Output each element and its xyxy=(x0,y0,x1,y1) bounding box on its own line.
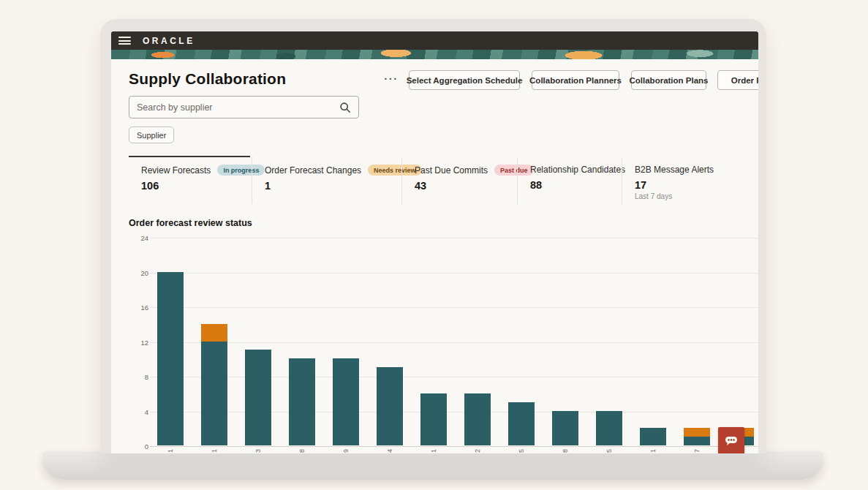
bar-segment-teal[interactable] xyxy=(552,411,578,446)
gridline xyxy=(150,238,758,238)
page-title: Supply Collaboration xyxy=(129,70,286,88)
bar-segment-orange[interactable] xyxy=(684,428,710,437)
y-axis-tick: 20 xyxy=(121,268,148,276)
search-input[interactable] xyxy=(137,102,339,113)
gridline xyxy=(150,307,758,308)
stat-label: Past Due Commits xyxy=(415,165,488,176)
x-axis-label: 1 xyxy=(157,449,184,453)
x-axis-label: 9 xyxy=(333,449,359,453)
stat-label: B2B Message Alerts xyxy=(635,165,714,175)
gridline xyxy=(150,342,758,343)
oracle-logo: ORACLE xyxy=(143,36,195,46)
bar-segment-teal[interactable] xyxy=(289,358,315,445)
x-axis-label: 5 xyxy=(596,449,622,453)
search-box xyxy=(129,96,359,118)
chat-bubble-icon xyxy=(723,433,739,449)
stat-value: 88 xyxy=(530,179,616,191)
gridline xyxy=(150,377,758,377)
chart-title: Order forecast review status xyxy=(129,218,252,228)
collaboration-plans-button[interactable]: Collaboration Plans xyxy=(631,70,706,90)
bar-segment-teal[interactable] xyxy=(377,367,403,445)
hamburger-menu-icon[interactable] xyxy=(118,37,131,45)
stat-label: Review Forecasts xyxy=(141,165,211,176)
x-axis-label: 2 xyxy=(464,449,491,453)
stat-value: 17 xyxy=(635,179,752,191)
bar-segment-teal[interactable] xyxy=(596,411,622,446)
laptop-base xyxy=(42,451,823,480)
x-axis-label: 1 xyxy=(420,449,447,453)
stat-label: Relationship Candidates xyxy=(530,165,625,175)
bar-segment-teal[interactable] xyxy=(640,428,666,445)
gridline xyxy=(150,412,758,412)
stat-b2b-message-alerts[interactable]: B2B Message Alerts 17 Last 7 days xyxy=(622,157,758,204)
search-icon[interactable] xyxy=(339,102,351,113)
decorative-banner xyxy=(111,50,758,59)
bar-segment-orange[interactable] xyxy=(201,324,227,342)
y-axis-tick: 8 xyxy=(121,373,148,381)
stat-relationship-candidates[interactable]: Relationship Candidates 88 xyxy=(517,157,622,204)
x-axis-label: 5 xyxy=(508,449,535,453)
collaboration-planners-button[interactable]: Collaboration Planners xyxy=(532,70,619,90)
bar-segment-teal[interactable] xyxy=(245,350,271,445)
chart-plot: 0481216202411389412585172 xyxy=(154,238,758,446)
bar-segment-teal[interactable] xyxy=(333,358,359,445)
stat-label: Order Forecast Changes xyxy=(265,165,361,176)
kpi-strip: Review Forecasts In progress 106 Order F… xyxy=(129,157,758,204)
laptop-frame: ORACLE Supply Collaboration ··· Select A… xyxy=(100,19,766,453)
x-axis-label: 8 xyxy=(552,449,578,453)
bar-segment-teal[interactable] xyxy=(684,437,710,445)
stat-value: 106 xyxy=(141,180,246,192)
bar-segment-teal[interactable] xyxy=(420,393,447,445)
stat-value: 1 xyxy=(265,180,396,192)
x-axis-label: 1 xyxy=(640,449,666,453)
x-axis-label: 7 xyxy=(684,449,710,453)
x-axis-label: 1 xyxy=(201,449,227,453)
gridline xyxy=(150,273,758,274)
chat-widget-button[interactable] xyxy=(718,427,744,453)
laptop-screen: ORACLE Supply Collaboration ··· Select A… xyxy=(111,31,758,453)
stat-review-forecasts[interactable]: Review Forecasts In progress 106 xyxy=(129,157,252,204)
y-axis-tick: 0 xyxy=(121,442,148,451)
app-header: ORACLE xyxy=(111,31,758,50)
y-axis-tick: 4 xyxy=(121,407,148,415)
x-axis-label: 8 xyxy=(289,449,315,453)
stat-sublabel: Last 7 days xyxy=(635,192,752,200)
x-axis-label: 3 xyxy=(245,449,271,453)
bar-segment-teal[interactable] xyxy=(508,402,535,445)
y-axis-tick: 12 xyxy=(121,338,148,346)
bar-segment-teal[interactable] xyxy=(464,393,491,445)
stat-order-forecast-changes[interactable]: Order Forecast Changes Needs review 1 xyxy=(252,157,401,204)
stat-past-due-commits[interactable]: Past Due Commits Past due 43 xyxy=(401,157,517,204)
gridline xyxy=(150,446,758,447)
y-axis-tick: 16 xyxy=(121,304,148,312)
order-forecast-button[interactable]: Order Forecast xyxy=(717,70,758,90)
stat-value: 43 xyxy=(415,180,511,192)
bar-segment-teal[interactable] xyxy=(157,272,184,446)
supplier-filter-chip[interactable]: Supplier xyxy=(129,127,174,143)
y-axis-tick: 24 xyxy=(121,234,148,242)
more-actions-icon[interactable]: ··· xyxy=(382,74,401,87)
bar-segment-teal[interactable] xyxy=(201,342,227,446)
x-axis-label: 4 xyxy=(377,449,403,453)
select-aggregation-schedule-button[interactable]: Select Aggregation Schedule xyxy=(409,70,520,90)
